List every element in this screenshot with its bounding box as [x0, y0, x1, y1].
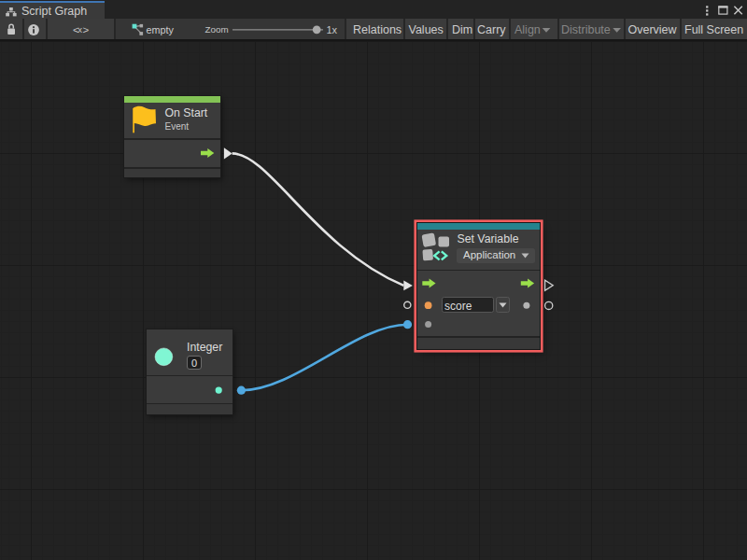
svg-text:x: x	[78, 24, 82, 35]
svg-text:>: >	[83, 24, 90, 35]
